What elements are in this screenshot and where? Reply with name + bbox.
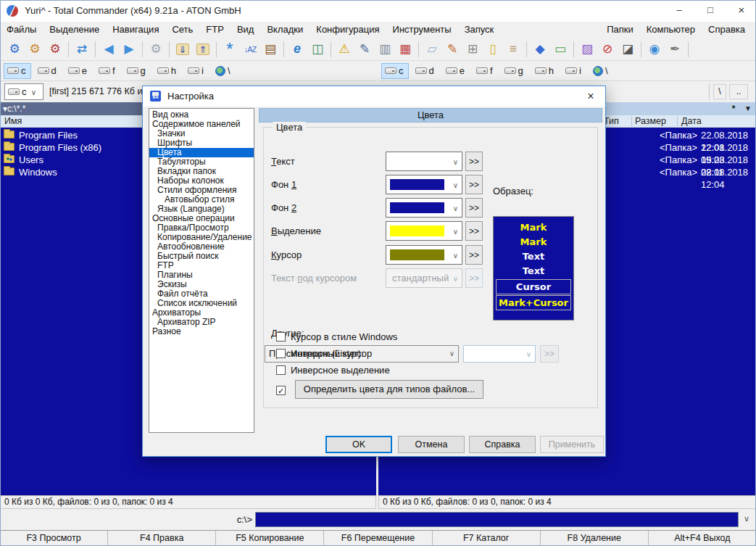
- f6-move-button[interactable]: F6 Перемещение: [324, 531, 432, 546]
- menu-navigation[interactable]: Навигация: [106, 22, 165, 38]
- f3-view-button[interactable]: F3 Просмотр: [0, 531, 108, 546]
- f7-mkdir-button[interactable]: F7 Каталог: [433, 531, 541, 546]
- ok-button[interactable]: OK: [325, 436, 392, 453]
- menu-computer[interactable]: Компьютер: [640, 22, 702, 38]
- f4-edit-button[interactable]: F4 Правка: [108, 531, 216, 546]
- doc-edit-icon[interactable]: ✎: [355, 41, 374, 58]
- column-date[interactable]: Дата: [681, 115, 702, 127]
- dialog-close-icon[interactable]: ×: [583, 88, 599, 104]
- pen-icon[interactable]: ✒: [665, 41, 684, 58]
- network-root-button[interactable]: \: [589, 63, 613, 79]
- menu-tabs[interactable]: Вкладки: [260, 22, 310, 38]
- altf4-exit-button[interactable]: Alt+F4 Выход: [649, 531, 756, 546]
- cursor-more-button[interactable]: >>: [465, 245, 483, 265]
- f5-copy-button[interactable]: F5 Копирование: [216, 531, 324, 546]
- gear-orange-icon[interactable]: ⚙: [25, 41, 44, 58]
- sort-az-icon[interactable]: ↓AZ: [241, 41, 259, 58]
- cancel-button[interactable]: Отмена: [398, 436, 465, 453]
- background1-select[interactable]: ∨: [386, 175, 462, 194]
- gear-gray-icon[interactable]: ⚙: [146, 41, 165, 58]
- drive-e-button[interactable]: e: [442, 63, 470, 79]
- console-icon[interactable]: ◪: [618, 41, 637, 58]
- checkbox-inverse-cursor[interactable]: Инверсный курсор: [276, 347, 372, 359]
- column-name[interactable]: Имя: [4, 116, 22, 126]
- internet-explorer-icon[interactable]: e: [288, 41, 307, 58]
- cd-burn-icon[interactable]: ◉: [645, 41, 664, 58]
- back-icon[interactable]: ◀: [99, 41, 118, 58]
- plugin-icon[interactable]: ◆: [531, 41, 549, 58]
- calculator-icon[interactable]: ⊞: [463, 41, 482, 58]
- drive-select[interactable]: c ∨: [4, 83, 43, 100]
- drive-i-button[interactable]: i: [562, 63, 586, 79]
- background1-more-button[interactable]: >>: [465, 175, 483, 194]
- image-viewer-icon[interactable]: ▨: [578, 41, 597, 58]
- new-note-icon[interactable]: ▯: [483, 41, 502, 58]
- gear-red-icon[interactable]: ⚙: [46, 41, 65, 58]
- background2-more-button[interactable]: >>: [465, 198, 483, 218]
- parent-dir-button[interactable]: ..: [729, 84, 748, 99]
- selection-color-select[interactable]: ∨: [386, 221, 462, 241]
- command-history-icon[interactable]: ∨: [740, 512, 753, 527]
- menu-folders[interactable]: Папки: [600, 22, 640, 38]
- maximize-button[interactable]: □: [698, 0, 723, 22]
- menu-start[interactable]: Запуск: [458, 22, 501, 38]
- f8-delete-button[interactable]: F8 Удаление: [541, 531, 649, 546]
- paint-icon[interactable]: ✎: [443, 41, 462, 58]
- unpack-icon[interactable]: ⇑: [194, 41, 212, 58]
- drive-f-button[interactable]: f: [95, 63, 120, 79]
- drive-d-button[interactable]: d: [412, 63, 439, 79]
- drive-h-button[interactable]: h: [154, 63, 181, 79]
- drive-c-button[interactable]: c: [381, 63, 409, 79]
- menu-help[interactable]: Справка: [702, 22, 752, 38]
- root-dir-button[interactable]: \: [713, 84, 726, 99]
- menu-mark[interactable]: Выделение: [43, 22, 106, 38]
- drive-f-button[interactable]: f: [473, 63, 498, 79]
- lister-value-select[interactable]: ∨: [463, 345, 536, 363]
- menu-tools[interactable]: Инструменты: [386, 22, 458, 38]
- menu-ftp[interactable]: FTP: [199, 22, 230, 38]
- column-size[interactable]: Размер: [635, 115, 666, 127]
- forward-icon[interactable]: ▶: [120, 41, 138, 58]
- menu-files[interactable]: Файлы: [0, 22, 43, 38]
- network-root-button[interactable]: \: [212, 63, 236, 79]
- drive-g-button[interactable]: g: [123, 63, 151, 79]
- text-color-more-button[interactable]: >>: [465, 152, 483, 171]
- minimize-button[interactable]: –: [667, 0, 691, 22]
- drive-d-button[interactable]: d: [34, 63, 62, 79]
- favorites-icon[interactable]: *: [728, 102, 739, 115]
- help-button[interactable]: Справка: [469, 436, 536, 453]
- cursor-color-select[interactable]: ∨: [386, 245, 462, 265]
- doc-compare-icon[interactable]: ▥: [375, 41, 394, 58]
- drive-e-button[interactable]: e: [65, 63, 92, 79]
- close-button[interactable]: ×: [729, 0, 754, 22]
- drive-i-button[interactable]: i: [184, 63, 209, 79]
- gear-blue-icon[interactable]: ⚙: [5, 41, 24, 58]
- background2-select[interactable]: ∨: [386, 198, 462, 218]
- checkbox-inverse-selection[interactable]: Инверсное выделение: [276, 364, 390, 376]
- ruler-icon[interactable]: ▭: [551, 41, 570, 58]
- menu-net[interactable]: Сеть: [165, 22, 199, 38]
- column-type[interactable]: Тип: [604, 115, 619, 127]
- network-icon[interactable]: ◫: [308, 41, 327, 58]
- star-tool-icon[interactable]: *: [220, 41, 239, 58]
- history-dropdown-icon[interactable]: ▼: [742, 102, 754, 115]
- pack-icon[interactable]: ⇓: [173, 41, 192, 58]
- define-filetype-colors-button[interactable]: Определить цвета для типов файлов...: [295, 380, 483, 399]
- command-input[interactable]: [255, 512, 739, 527]
- tree-item[interactable]: Разное: [149, 327, 254, 336]
- checkbox-filetype-colors[interactable]: ✓: [276, 384, 291, 396]
- color-grid-icon[interactable]: ▦: [396, 41, 415, 58]
- db-delete-icon[interactable]: ⊘: [598, 41, 617, 58]
- selection-more-button[interactable]: >>: [465, 221, 483, 241]
- notepad-icon[interactable]: ▱: [423, 41, 441, 58]
- doc-warning-icon[interactable]: ⚠: [335, 41, 354, 58]
- drive-c-button[interactable]: c: [4, 63, 31, 79]
- drive-h-button[interactable]: h: [531, 63, 559, 79]
- text-color-select[interactable]: ∨: [386, 152, 462, 171]
- drive-g-button[interactable]: g: [501, 63, 528, 79]
- refresh-icon[interactable]: ⇄: [72, 41, 91, 58]
- clipboard-icon[interactable]: ▤: [261, 41, 280, 58]
- menu-view[interactable]: Вид: [230, 22, 261, 38]
- menu-configuration[interactable]: Конфигурация: [310, 22, 386, 38]
- checkbox-windows-cursor[interactable]: Курсор в стиле Windows: [276, 331, 397, 342]
